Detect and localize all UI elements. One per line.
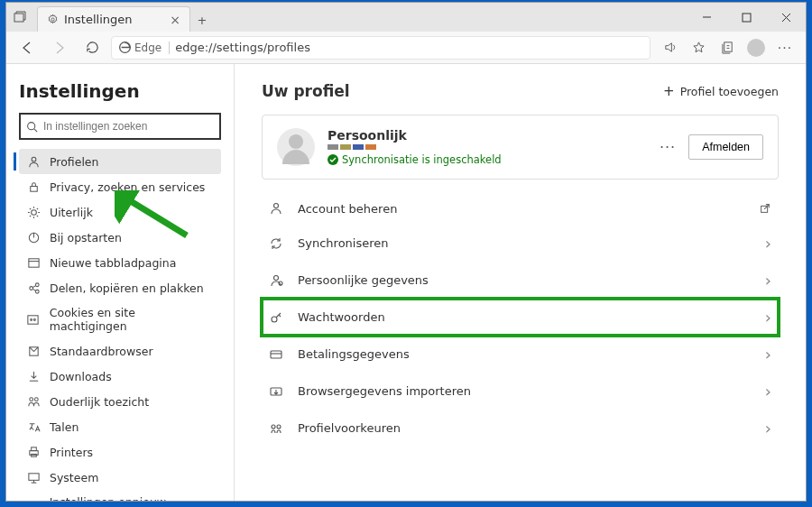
sidebar-item-6[interactable]: Cookies en site machtigingen bbox=[19, 300, 221, 338]
sync-status: Synchronisatie is ingeschakeld bbox=[328, 153, 502, 166]
forward-button[interactable] bbox=[46, 34, 73, 61]
import-icon bbox=[269, 384, 285, 399]
sidebar-item-1[interactable]: Privacy, zoeken en services bbox=[19, 174, 221, 199]
svg-rect-32 bbox=[28, 473, 38, 480]
sidebar-item-4[interactable]: Nieuwe tabbladpagina bbox=[19, 250, 221, 275]
add-profile-button[interactable]: + Profiel toevoegen bbox=[663, 83, 779, 99]
refresh-button[interactable] bbox=[78, 34, 106, 61]
svg-line-9 bbox=[34, 128, 37, 131]
address-bar[interactable]: Edge edge://settings/profiles bbox=[111, 36, 651, 60]
power-icon bbox=[26, 230, 41, 244]
close-window-button[interactable] bbox=[766, 3, 806, 32]
svg-point-23 bbox=[31, 318, 32, 320]
edge-brand: Edge bbox=[119, 41, 170, 54]
menu-item-6[interactable]: Profielvoorkeuren› bbox=[262, 410, 779, 447]
sidebar-item-9[interactable]: Ouderlijk toezicht bbox=[19, 389, 221, 414]
svg-point-18 bbox=[35, 282, 39, 286]
menu-item-label: Account beheren bbox=[298, 202, 397, 216]
prefs-icon bbox=[269, 421, 285, 436]
tab-settings[interactable]: Instellingen × bbox=[37, 6, 190, 32]
collections-icon[interactable] bbox=[714, 34, 741, 61]
menu-button[interactable]: ··· bbox=[771, 34, 798, 61]
lock-icon bbox=[26, 180, 41, 194]
svg-point-41 bbox=[274, 275, 279, 280]
page-title: Uw profiel bbox=[262, 82, 350, 100]
chevron-right-icon: › bbox=[765, 271, 771, 290]
menu-item-label: Persoonlijke gegevens bbox=[298, 273, 429, 287]
settings-search[interactable] bbox=[19, 113, 221, 140]
read-aloud-icon[interactable] bbox=[656, 34, 683, 61]
share-icon bbox=[26, 281, 41, 295]
chevron-right-icon: › bbox=[765, 382, 771, 401]
new-tab-button[interactable]: + bbox=[190, 8, 214, 32]
printers-icon bbox=[26, 445, 41, 459]
maximize-button[interactable] bbox=[726, 3, 766, 32]
key-icon bbox=[269, 310, 285, 325]
menu-item-5[interactable]: Browsergegevens importeren› bbox=[262, 373, 779, 410]
sidebar-item-10[interactable]: Talen bbox=[19, 414, 221, 439]
back-button[interactable] bbox=[14, 34, 41, 61]
sidebar-item-13[interactable]: Instellingen opnieuw instellen bbox=[19, 490, 221, 501]
downloads-icon bbox=[26, 369, 41, 383]
check-icon bbox=[328, 154, 338, 165]
sidebar-item-5[interactable]: Delen, kopiëren en plakken bbox=[19, 275, 221, 300]
menu-item-3[interactable]: Wachtwoorden› bbox=[262, 299, 779, 336]
sidebar-item-label: Ouderlijk toezicht bbox=[50, 395, 149, 409]
plus-icon: + bbox=[663, 83, 675, 99]
svg-point-27 bbox=[29, 397, 32, 401]
profile-avatar-button[interactable] bbox=[743, 34, 770, 61]
menu-item-2[interactable]: Persoonlijke gegevens› bbox=[262, 262, 779, 299]
family-icon bbox=[26, 394, 41, 409]
svg-point-12 bbox=[31, 209, 36, 215]
sidebar-item-7[interactable]: Standaardbrowser bbox=[19, 338, 221, 364]
menu-item-label: Synchroniseren bbox=[298, 236, 389, 250]
sidebar-item-11[interactable]: Printers bbox=[19, 439, 221, 465]
menu-item-4[interactable]: Betalingsgegevens› bbox=[262, 336, 779, 373]
settings-sidebar: Instellingen ProfielenPrivacy, zoeken en… bbox=[6, 64, 235, 501]
sidebar-item-label: Uiterlijk bbox=[50, 206, 93, 219]
menu-item-0[interactable]: Account beheren bbox=[262, 192, 779, 225]
sidebar-item-2[interactable]: Uiterlijk bbox=[19, 199, 221, 225]
toolbar: Edge edge://settings/profiles ··· bbox=[6, 32, 806, 64]
sidebar-title: Instellingen bbox=[19, 80, 221, 102]
sidebar-item-3[interactable]: Bij opstarten bbox=[19, 225, 221, 250]
menu-item-label: Profielvoorkeuren bbox=[298, 421, 401, 435]
sign-out-button[interactable]: Afmelden bbox=[688, 134, 763, 160]
svg-point-39 bbox=[274, 204, 279, 208]
url-text: edge://settings/profiles bbox=[175, 41, 310, 54]
svg-point-24 bbox=[34, 318, 36, 320]
cookies-icon bbox=[26, 312, 41, 327]
favorites-icon[interactable] bbox=[685, 34, 712, 61]
sidebar-item-label: Profielen bbox=[50, 155, 98, 169]
svg-line-20 bbox=[32, 285, 35, 287]
card-icon bbox=[269, 347, 285, 362]
svg-rect-44 bbox=[271, 351, 281, 358]
minimize-button[interactable] bbox=[687, 3, 726, 32]
svg-point-47 bbox=[272, 425, 275, 429]
sidebar-item-label: Delen, kopiëren en plakken bbox=[50, 281, 204, 295]
languages-icon bbox=[26, 419, 41, 434]
sidebar-item-0[interactable]: Profielen bbox=[19, 149, 221, 174]
svg-rect-30 bbox=[31, 447, 36, 450]
svg-point-48 bbox=[277, 425, 281, 429]
sidebar-item-12[interactable]: Systeem bbox=[19, 465, 221, 490]
tab-close-icon[interactable]: × bbox=[170, 13, 180, 27]
sidebar-item-8[interactable]: Downloads bbox=[19, 364, 221, 389]
default-icon bbox=[26, 344, 41, 358]
profile-name: Persoonlijk bbox=[328, 128, 502, 143]
svg-point-19 bbox=[35, 290, 39, 293]
menu-item-1[interactable]: Synchroniseren› bbox=[262, 225, 779, 262]
browser-window: Instellingen × + Edge edge://settings/pr… bbox=[5, 2, 807, 502]
profile-more-button[interactable]: ··· bbox=[660, 139, 676, 156]
profile-color-stripes bbox=[328, 144, 502, 150]
svg-point-10 bbox=[32, 157, 36, 161]
sync-icon bbox=[269, 236, 285, 251]
sidebar-item-label: Nieuwe tabbladpagina bbox=[50, 256, 176, 270]
tabs-icon[interactable] bbox=[6, 3, 33, 32]
settings-nav: ProfielenPrivacy, zoeken en servicesUite… bbox=[19, 149, 221, 501]
search-input[interactable] bbox=[43, 120, 214, 133]
svg-rect-22 bbox=[28, 315, 38, 323]
svg-point-17 bbox=[29, 286, 32, 290]
profile-card: Persoonlijk Synchronisatie is ingeschake… bbox=[262, 115, 779, 180]
tab-title: Instellingen bbox=[64, 13, 133, 26]
